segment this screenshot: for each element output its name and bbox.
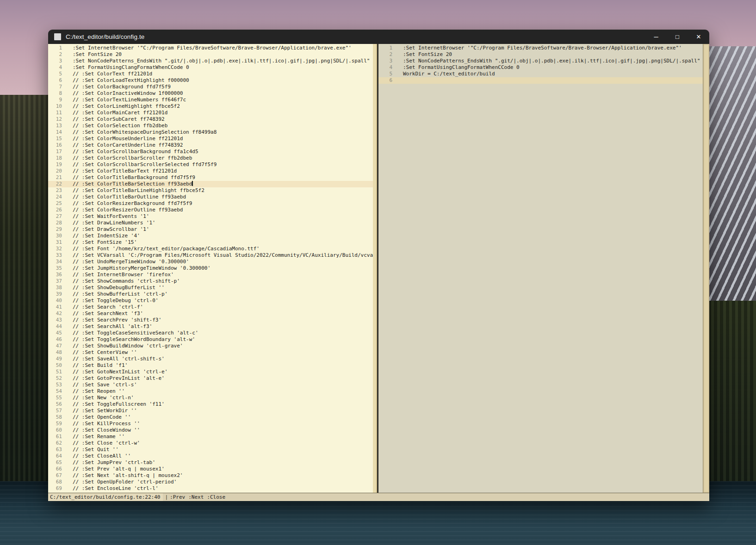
line-number: 50	[48, 362, 62, 369]
code-line[interactable]: 20// :Set ColorTitleBarText ff21201d	[48, 168, 373, 174]
code-line[interactable]: 55// :Set New 'ctrl-n'	[48, 395, 373, 401]
line-number: 45	[48, 330, 62, 336]
editor-pane-left[interactable]: 1:Set InternetBrowser '"C:/Program Files…	[48, 44, 373, 493]
code-line[interactable]: 17// :Set ColorScrollbarBackground ffa1c…	[48, 149, 373, 155]
code-line[interactable]: 51// :Set GotoNextInList 'ctrl-e'	[48, 369, 373, 375]
maximize-button[interactable]: □	[667, 30, 688, 44]
code-line[interactable]: 42// :Set SearchNext 'f3'	[48, 310, 373, 317]
code-line[interactable]: 10// :Set ColorLineHighlight ffbce5f2	[48, 103, 373, 110]
code-line[interactable]: 1:Set InternetBrowser '"C:/Program Files…	[378, 45, 703, 51]
code-line[interactable]: 32// :Set Font '/home/krz/text_editor/pa…	[48, 246, 373, 252]
code-line[interactable]: 33// :Set VCVarsall 'C:/Program Files/Mi…	[48, 252, 373, 259]
code-line[interactable]: 56// :Set ToggleFullscreen 'f11'	[48, 401, 373, 408]
right-pane-scrollbar[interactable]	[703, 44, 709, 493]
code-line[interactable]: 28// :Set DrawLineNumbers '1'	[48, 220, 373, 226]
code-line[interactable]: 19// :Set ColorScrollbarScrollerSelected…	[48, 161, 373, 168]
code-line[interactable]: 48// :Set CenterView ''	[48, 349, 373, 356]
code-line[interactable]: 59// :Set KillProcess ''	[48, 421, 373, 427]
code-line[interactable]: 63// :Set Quit ''	[48, 446, 373, 453]
code-line[interactable]: 30// :Set IndentSize '4'	[48, 233, 373, 239]
code-line[interactable]: 9// :Set ColorTextLineNumbers ff646f7c	[48, 97, 373, 103]
code-text: // :Set ColorMainCaret ff21201d	[73, 110, 167, 116]
code-text: // :Set SaveAll 'ctrl-shift-s'	[73, 356, 165, 362]
code-line[interactable]: 70// :Set	[48, 492, 373, 493]
code-line[interactable]: 54// :Set Reopen ''	[48, 388, 373, 395]
code-line[interactable]: 31// :Set FontSize '15'	[48, 239, 373, 246]
code-text: // :Set ToggleCaseSensitiveSearch 'alt-c…	[73, 330, 198, 336]
code-line[interactable]: 12// :Set ColorSubCaret ff748392	[48, 116, 373, 123]
code-line[interactable]: 35// :Set JumpHistoryMergeTimeWindow '0.…	[48, 265, 373, 272]
code-line[interactable]: 13// :Set ColorSelection ffb2dbeb	[48, 123, 373, 129]
code-line[interactable]: 41// :Set Search 'ctrl-f'	[48, 304, 373, 310]
code-text: :Set InternetBrowser '"C:/Program Files/…	[73, 45, 352, 51]
code-line[interactable]: 22// :Set ColorTitleBarSelection ff93aeb…	[48, 181, 373, 187]
code-line[interactable]: 64// :Set CloseAll ''	[48, 453, 373, 459]
code-line[interactable]: 5WorkDir = C:/text_editor/build	[378, 71, 703, 77]
code-line[interactable]: 25// :Set ColorResizerBackground ffd7f5f…	[48, 200, 373, 207]
code-line[interactable]: 6	[378, 77, 703, 84]
code-line[interactable]: 5// :Set ColorText ff21201d	[48, 71, 373, 77]
code-line[interactable]: 1:Set InternetBrowser '"C:/Program Files…	[48, 45, 373, 51]
code-line[interactable]: 43// :Set SearchPrev 'shift-f3'	[48, 317, 373, 323]
code-line[interactable]: 68// :Set OpenUpFolder 'ctrl-period'	[48, 479, 373, 485]
code-line[interactable]: 58// :Set OpenCode ''	[48, 414, 373, 421]
left-pane-scrollbar[interactable]	[373, 44, 377, 493]
line-number: 25	[48, 200, 62, 207]
code-line[interactable]: 21// :Set ColorTitleBarBackground ffd7f5…	[48, 174, 373, 181]
code-line[interactable]: 24// :Set ColorTitleBarOutline ff93aebd	[48, 194, 373, 200]
code-line[interactable]: 66// :Set Prev 'alt-q | mousex1'	[48, 466, 373, 472]
code-line[interactable]: 47// :Set ShowBuildWindow 'ctrl-grave'	[48, 343, 373, 349]
code-line[interactable]: 67// :Set Next 'alt-shift-q | mousex2'	[48, 472, 373, 479]
right-scrollbar-thumb[interactable]	[704, 45, 708, 492]
code-line[interactable]: 4:Set FormatUsingClangFormatWhenCCode 0	[48, 64, 373, 71]
code-line[interactable]: 15// :Set ColorMouseUnderline ff21201d	[48, 136, 373, 142]
code-line[interactable]: 7// :Set ColorBackground ffd7f5f9	[48, 84, 373, 90]
code-line[interactable]: 3:Set NonCodePatterns_EndsWith ".git/|.o…	[48, 58, 373, 64]
code-line[interactable]: 34// :Set UndoMergeTimeWindow '0.300000'	[48, 259, 373, 265]
code-line[interactable]: 3:Set NonCodePatterns_EndsWith ".git/|.o…	[378, 58, 703, 64]
status-command-next[interactable]: :Next	[188, 494, 204, 500]
code-line[interactable]: 6// :Set ColorLoadTextHighlight f000000	[48, 77, 373, 84]
title-bar[interactable]: C:/text_editor/build/config.te ─□✕	[48, 30, 709, 44]
code-line[interactable]: 53// :Set Save 'ctrl-s'	[48, 382, 373, 388]
code-line[interactable]: 39// :Set ShowBufferList 'ctrl-p'	[48, 291, 373, 297]
code-text: // :Set ColorMouseUnderline ff21201d	[73, 136, 183, 142]
minimize-button[interactable]: ─	[645, 30, 667, 44]
code-line[interactable]: 18// :Set ColorScrollbarScroller ffb2dbe…	[48, 155, 373, 161]
code-line[interactable]: 38// :Set ShowDebugBufferList ''	[48, 285, 373, 291]
line-number: 62	[48, 440, 62, 446]
code-line[interactable]: 23// :Set ColorTitleBarLineHighlight ffb…	[48, 187, 373, 194]
code-line[interactable]: 62// :Set Close 'ctrl-w'	[48, 440, 373, 446]
editor-pane-right[interactable]: 1:Set InternetBrowser '"C:/Program Files…	[378, 44, 709, 493]
code-line[interactable]: 14// :Set ColorWhitespaceDuringSelection…	[48, 129, 373, 136]
code-line[interactable]: 65// :Set JumpPrev 'ctrl-tab'	[48, 459, 373, 466]
status-command-close[interactable]: :Close	[207, 494, 225, 500]
code-line[interactable]: 27// :Set WaitForEvents '1'	[48, 213, 373, 220]
code-text: :Set FontSize 20	[403, 51, 452, 58]
line-number: 60	[48, 427, 62, 434]
close-button[interactable]: ✕	[688, 30, 709, 44]
code-line[interactable]: 69// :Set EncloseLine 'ctrl-l'	[48, 485, 373, 492]
code-line[interactable]: 16// :Set ColorCaretUnderline ff748392	[48, 142, 373, 149]
code-text: // :Set ColorWhitespaceDuringSelection f…	[73, 129, 217, 136]
code-line[interactable]: 61// :Set Rename ''	[48, 434, 373, 440]
code-line[interactable]: 50// :Set Build 'f1'	[48, 362, 373, 369]
code-line[interactable]: 49// :Set SaveAll 'ctrl-shift-s'	[48, 356, 373, 362]
code-line[interactable]: 8// :Set ColorInactiveWindow 1f000000	[48, 90, 373, 97]
code-line[interactable]: 44// :Set SearchAll 'alt-f3'	[48, 323, 373, 330]
code-line[interactable]: 57// :Set SetWorkDir ''	[48, 408, 373, 414]
code-line[interactable]: 26// :Set ColorResizerOutline ff93aebd	[48, 207, 373, 213]
code-line[interactable]: 2:Set FontSize 20	[378, 51, 703, 58]
code-line[interactable]: 36// :Set InternetBrowser 'firefox'	[48, 272, 373, 278]
code-line[interactable]: 29// :Set DrawScrollbar '1'	[48, 226, 373, 233]
code-line[interactable]: 46// :Set ToggleSearchWordBoundary 'alt-…	[48, 336, 373, 343]
code-line[interactable]: 45// :Set ToggleCaseSensitiveSearch 'alt…	[48, 330, 373, 336]
status-command-prev[interactable]: :Prev	[170, 494, 185, 500]
code-line[interactable]: 11// :Set ColorMainCaret ff21201d	[48, 110, 373, 116]
code-line[interactable]: 4:Set FormatUsingClangFormatWhenCCode 0	[378, 64, 703, 71]
code-line[interactable]: 37// :Set ShowCommands 'ctrl-shift-p'	[48, 278, 373, 285]
code-line[interactable]: 40// :Set ToggleDebug 'ctrl-0'	[48, 297, 373, 304]
code-line[interactable]: 2:Set FontSize 20	[48, 51, 373, 58]
code-line[interactable]: 52// :Set GotoPrevInList 'alt-e'	[48, 375, 373, 382]
code-line[interactable]: 60// :Set CloseWindow ''	[48, 427, 373, 434]
